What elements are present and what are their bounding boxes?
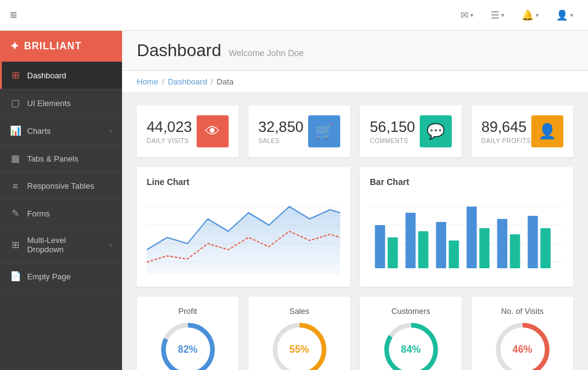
svg-rect-16 — [497, 219, 508, 268]
user-caret-icon: ▾ — [570, 12, 573, 18]
sidebar-item-responsive-tables[interactable]: ≡ Responsive Tables — [0, 173, 122, 200]
content-header: Dashboard Welcome John Doe — [122, 31, 588, 71]
main-content: Dashboard Welcome John Doe Home / Dashbo… — [122, 31, 588, 370]
sidebar-menu: ⊞ Dashboard ▢ UI Elements 📊 Charts ‹ ▦ T… — [0, 62, 122, 370]
stat-card-profits: 89,645 DAILY PROFITS 👤 — [472, 105, 573, 157]
sidebar-label-multi-level: Multi-Level Dropdown — [27, 236, 104, 254]
sidebar-item-charts[interactable]: 📊 Charts ‹ — [0, 117, 122, 145]
stat-info-sales: 32,850 SALES — [258, 118, 303, 144]
sidebar-item-empty-page[interactable]: 📄 Empty Page — [0, 263, 122, 290]
stat-info-profits: 89,645 DAILY PROFITS — [481, 118, 531, 144]
bell-caret-icon: ▾ — [536, 12, 539, 18]
donut-title-sales: Sales — [289, 306, 309, 316]
stat-icon-comments: 💬 — [420, 115, 452, 147]
brand-logo: ✦ BRILLIANT — [0, 31, 122, 62]
bell-icon: 🔔 — [521, 9, 534, 21]
svg-rect-11 — [419, 231, 429, 268]
bar-chart-title: Bar Chart — [370, 177, 563, 187]
sidebar-label-forms: Forms — [27, 209, 112, 218]
email-icon: ✉ — [460, 9, 468, 21]
breadcrumb-current: Data — [217, 77, 234, 86]
multi-level-arrow-icon: ‹ — [110, 241, 112, 249]
sidebar-item-tabs-panels[interactable]: ▦ Tabs & Panels — [0, 145, 122, 173]
tabs-panels-icon: ▦ — [10, 153, 21, 164]
hamburger-button[interactable]: ≡ — [10, 8, 17, 22]
brand-name: BRILLIANT — [24, 41, 81, 52]
topnav-left: ≡ — [10, 8, 17, 22]
donut-label-profit: 82% — [178, 344, 197, 355]
stat-label-visits: DAILY VISITS — [147, 138, 192, 144]
donut-card-sales: Sales 55% — [248, 297, 350, 370]
line-chart-svg — [147, 194, 340, 274]
stat-label-comments: COMMENTS — [370, 138, 415, 144]
ui-elements-icon: ▢ — [10, 97, 21, 109]
svg-rect-14 — [467, 207, 477, 268]
sidebar-label-responsive-tables: Responsive Tables — [27, 181, 112, 191]
user-nav-button[interactable]: 👤 ▾ — [551, 7, 578, 23]
stat-icon-sales: 🛒 — [308, 115, 340, 147]
line-chart-card: Line Chart — [137, 167, 350, 287]
svg-rect-10 — [406, 213, 416, 268]
breadcrumb-sep-2: / — [211, 77, 213, 86]
donut-title-customers: Customers — [391, 306, 430, 316]
stat-value-comments: 56,150 — [370, 118, 415, 136]
sidebar-item-dashboard[interactable]: ⊞ Dashboard — [0, 62, 122, 89]
donut-container-sales: 55% — [272, 322, 327, 370]
list-icon: ☰ — [491, 9, 499, 21]
page-title: Dashboard — [137, 41, 221, 60]
charts-icon: 📊 — [10, 125, 21, 136]
stat-value-visits: 44,023 — [147, 118, 192, 136]
svg-rect-12 — [436, 222, 446, 268]
stat-card-comments: 56,150 COMMENTS 💬 — [360, 105, 462, 157]
sidebar-item-ui-elements[interactable]: ▢ UI Elements — [0, 89, 122, 117]
list-nav-button[interactable]: ☰ ▾ — [486, 7, 509, 23]
svg-rect-15 — [480, 228, 490, 268]
sidebar-label-ui-elements: UI Elements — [27, 99, 112, 108]
donut-label-visits: 46% — [512, 344, 532, 355]
stat-label-profits: DAILY PROFITS — [481, 138, 531, 144]
donut-container-customers: 84% — [383, 322, 439, 370]
stat-info-comments: 56,150 COMMENTS — [370, 118, 415, 144]
donut-label-sales: 55% — [289, 344, 309, 355]
donut-container-profit: 82% — [160, 322, 216, 370]
sidebar-label-tabs-panels: Tabs & Panels — [27, 154, 112, 163]
empty-page-icon: 📄 — [10, 271, 21, 282]
svg-rect-18 — [528, 216, 538, 268]
stat-card-sales: 32,850 SALES 🛒 — [248, 105, 350, 157]
stat-icon-profits: 👤 — [531, 115, 563, 147]
breadcrumb-dashboard[interactable]: Dashboard — [168, 77, 207, 86]
svg-rect-19 — [541, 228, 551, 268]
stat-icon-visits: 👁 — [197, 115, 229, 147]
svg-rect-13 — [449, 240, 459, 268]
sidebar-label-empty-page: Empty Page — [27, 272, 112, 281]
multi-level-icon: ⊞ — [10, 239, 21, 250]
donut-card-visits: No. of Visits 46% — [472, 297, 573, 370]
sidebar-item-forms[interactable]: ✎ Forms — [0, 200, 122, 228]
topnav-right: ✉ ▾ ☰ ▾ 🔔 ▾ 👤 ▾ — [455, 7, 578, 23]
page-subtitle: Welcome John Doe — [229, 48, 304, 58]
breadcrumb-home[interactable]: Home — [137, 77, 158, 86]
donut-title-visits: No. of Visits — [501, 306, 544, 316]
svg-rect-17 — [510, 234, 520, 268]
stat-card-visits: 44,023 DAILY VISITS 👁 — [137, 105, 239, 157]
bar-chart-svg — [370, 194, 563, 274]
sidebar: ✦ BRILLIANT ⊞ Dashboard ▢ UI Elements 📊 … — [0, 31, 122, 370]
email-caret-icon: ▾ — [470, 12, 473, 18]
email-nav-button[interactable]: ✉ ▾ — [455, 7, 478, 23]
sidebar-label-charts: Charts — [27, 126, 104, 136]
svg-rect-8 — [375, 225, 385, 268]
bell-nav-button[interactable]: 🔔 ▾ — [517, 7, 544, 23]
top-navbar: ≡ ✉ ▾ ☰ ▾ 🔔 ▾ 👤 ▾ — [0, 0, 588, 31]
main-layout: ✦ BRILLIANT ⊞ Dashboard ▢ UI Elements 📊 … — [0, 31, 588, 370]
charts-arrow-icon: ‹ — [110, 127, 112, 134]
stats-row: 44,023 DAILY VISITS 👁 32,850 SALES 🛒 56,… — [122, 93, 588, 167]
stat-label-sales: SALES — [258, 138, 303, 144]
brand-icon: ✦ — [10, 39, 19, 53]
charts-row: Line Chart — [122, 167, 588, 297]
responsive-tables-icon: ≡ — [10, 181, 21, 191]
donut-container-visits: 46% — [495, 322, 550, 370]
svg-rect-9 — [388, 237, 398, 268]
donut-card-customers: Customers 84% — [360, 297, 462, 370]
sidebar-item-multi-level[interactable]: ⊞ Multi-Level Dropdown ‹ — [0, 228, 122, 263]
donut-card-profit: Profit 82% 820 — [137, 297, 239, 370]
